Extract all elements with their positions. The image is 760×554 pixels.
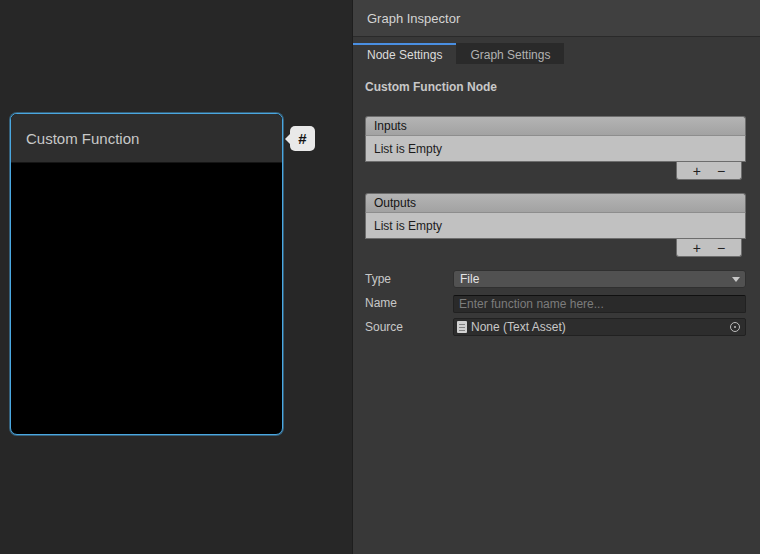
inputs-remove-button[interactable]: − [717, 165, 725, 177]
inputs-list-footer: + − [365, 162, 746, 180]
custom-function-node[interactable]: Custom Function [10, 113, 283, 435]
type-row: Type File [365, 270, 746, 288]
graph-inspector-panel: Graph Inspector Node Settings Graph Sett… [352, 0, 760, 554]
inputs-list-empty-row: List is Empty [365, 136, 746, 162]
type-dropdown[interactable]: File [453, 270, 746, 288]
inspector-title: Graph Inspector [367, 11, 460, 26]
node-title: Custom Function [26, 130, 139, 147]
outputs-list: Outputs List is Empty + − [365, 193, 746, 257]
object-picker-ring [730, 322, 740, 332]
tab-graph-settings-label: Graph Settings [470, 48, 550, 62]
hash-badge-label: # [298, 130, 306, 147]
hash-badge-icon[interactable]: # [290, 126, 315, 151]
object-picker-icon[interactable] [727, 320, 743, 334]
node-settings-heading: Custom Function Node [365, 80, 746, 94]
outputs-empty-label: List is Empty [374, 219, 442, 233]
inputs-list: Inputs List is Empty + − [365, 116, 746, 180]
graph-canvas[interactable]: Custom Function # Graph Inspector Node S… [0, 0, 760, 554]
tab-node-settings[interactable]: Node Settings [353, 43, 456, 64]
source-row: Source None (Text Asset) [365, 318, 746, 336]
node-header[interactable]: Custom Function [11, 114, 282, 163]
tab-node-settings-label: Node Settings [367, 48, 442, 62]
type-dropdown-value: File [460, 272, 479, 286]
text-asset-icon [457, 321, 467, 333]
outputs-list-empty-row: List is Empty [365, 213, 746, 239]
inspector-content: Custom Function Node Inputs List is Empt… [353, 64, 760, 336]
name-label: Name [365, 296, 453, 310]
function-name-input[interactable] [453, 295, 746, 313]
outputs-add-button[interactable]: + [693, 242, 701, 254]
outputs-list-footer-bar: + − [676, 239, 742, 257]
inputs-empty-label: List is Empty [374, 142, 442, 156]
outputs-remove-button[interactable]: − [717, 242, 725, 254]
source-object-field[interactable]: None (Text Asset) [453, 318, 746, 336]
outputs-list-header: Outputs [365, 193, 746, 213]
inputs-add-button[interactable]: + [693, 165, 701, 177]
inputs-list-header: Inputs [365, 116, 746, 136]
inspector-tabs: Node Settings Graph Settings [353, 43, 760, 64]
inputs-list-title: Inputs [374, 119, 407, 133]
type-label: Type [365, 272, 453, 286]
outputs-list-title: Outputs [374, 196, 416, 210]
outputs-list-footer: + − [365, 239, 746, 257]
tab-graph-settings[interactable]: Graph Settings [456, 43, 564, 64]
source-object-value: None (Text Asset) [471, 320, 566, 334]
inspector-title-bar[interactable]: Graph Inspector [353, 0, 760, 37]
source-label: Source [365, 320, 453, 334]
name-row: Name [365, 294, 746, 312]
inputs-list-footer-bar: + − [676, 162, 742, 180]
